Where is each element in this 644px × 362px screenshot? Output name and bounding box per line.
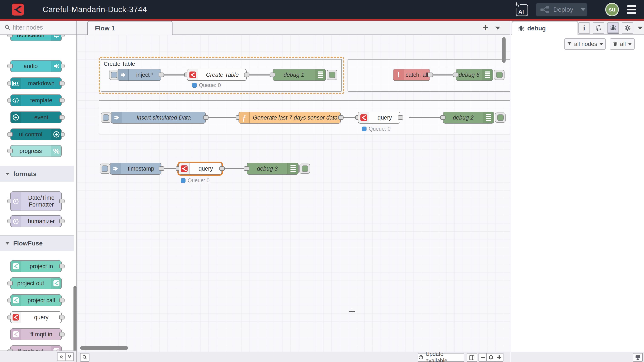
clear-label: all — [620, 41, 626, 47]
expand-all-button[interactable] — [65, 353, 74, 361]
arrow-circle-icon — [11, 112, 21, 123]
palette-node-ui-control[interactable]: ui control — [10, 129, 62, 140]
debug-filter-button[interactable]: all nodes — [564, 38, 606, 50]
palette-node-template[interactable]: template — [10, 94, 62, 106]
search-icon — [4, 24, 11, 31]
debug-toggle-button[interactable] — [300, 164, 310, 174]
palette-node-audio[interactable]: audio — [10, 60, 62, 72]
bell-icon — [51, 35, 61, 41]
info-tab-button[interactable]: i — [578, 22, 590, 34]
palette-node-ff-mqtt-out[interactable]: ff mqtt out — [10, 346, 62, 351]
category-label: FlowFuse — [13, 240, 42, 247]
collapse-all-button[interactable] — [57, 353, 66, 361]
inject-button[interactable] — [100, 164, 110, 174]
flowfuse-node-icon — [11, 329, 21, 340]
node-debug-2[interactable]: debug 2 — [443, 112, 494, 124]
zoom-reset-button[interactable] — [487, 353, 495, 362]
palette-node-label: project call — [21, 295, 61, 306]
debug-toggle-button[interactable] — [494, 70, 504, 80]
open-debug-window-button[interactable] — [633, 353, 643, 362]
palette-node-humanizer[interactable]: humanizer — [10, 215, 62, 227]
node-timestamp[interactable]: timestamp — [110, 163, 162, 175]
flow-canvas[interactable]: Create Table inject ¹ — [77, 35, 510, 352]
status-text: Queue: 0 — [369, 126, 390, 132]
caret-down-icon — [599, 43, 603, 45]
node-label: debug 2 — [444, 112, 483, 123]
palette-node-datetime-formatter[interactable]: Date/Time Formatter — [10, 191, 62, 211]
node-label: timestamp — [121, 163, 161, 174]
palette-node-query[interactable]: query — [10, 311, 62, 323]
node-inject-1[interactable]: inject ¹ — [118, 69, 161, 81]
sidebar-menu-caret-icon[interactable] — [638, 26, 643, 29]
wire[interactable] — [161, 74, 188, 75]
tab-label: Flow 1 — [95, 25, 115, 32]
wire[interactable] — [222, 168, 246, 169]
node-debug-3[interactable]: debug 3 — [246, 163, 298, 175]
wire[interactable] — [430, 74, 456, 75]
wire[interactable] — [409, 117, 443, 118]
config-tab-button[interactable] — [622, 22, 633, 34]
ai-assistant-button[interactable]: AI — [515, 3, 528, 16]
flowfuse-logo-icon[interactable] — [12, 3, 24, 15]
node-red-editor: Careful-Mandarin-Duck-3744 AI Deploy su — [0, 0, 644, 362]
tab-debug[interactable]: debug — [512, 21, 578, 35]
canvas-search-button[interactable] — [80, 353, 90, 362]
palette-node-label: ui control — [11, 129, 51, 140]
status-dot — [192, 83, 197, 88]
palette-node-project-call[interactable]: project call — [10, 294, 62, 306]
wire[interactable] — [246, 74, 272, 75]
add-flow-icon[interactable]: + — [481, 23, 490, 32]
node-status: Queue: 0 — [361, 126, 392, 132]
node-debug-6[interactable]: debug 6 — [456, 69, 493, 81]
node-label: catch: all — [404, 69, 430, 80]
search-icon — [82, 355, 88, 360]
filter-nodes-input[interactable] — [13, 24, 66, 31]
user-avatar[interactable]: su — [605, 3, 619, 16]
instance-title: Careful-Mandarin-Duck-3744 — [42, 0, 147, 19]
palette-node-project-out[interactable]: project out — [10, 277, 62, 289]
node-insert-simulated-data[interactable]: Insert simulated Data — [111, 112, 206, 124]
zoom-out-button[interactable] — [478, 353, 487, 362]
navigator-button[interactable] — [466, 353, 477, 362]
main-menu-icon[interactable] — [627, 5, 636, 14]
tab-flow-1[interactable]: Flow 1 — [87, 21, 172, 35]
map-icon — [469, 354, 475, 360]
palette-node-project-in[interactable]: project in — [10, 260, 62, 272]
palette-node-notification[interactable]: notification — [10, 35, 62, 41]
deploy-button[interactable]: Deploy — [536, 3, 587, 16]
node-debug-1[interactable]: debug 1 — [272, 69, 326, 81]
debug-toggle-button[interactable] — [495, 113, 506, 123]
node-create-table[interactable]: Create Table — [187, 69, 246, 81]
zoom-in-button[interactable] — [495, 353, 504, 362]
palette-category-formats[interactable]: formats — [0, 166, 74, 182]
wire[interactable] — [206, 117, 238, 118]
node-query-selected[interactable]: query — [178, 163, 222, 175]
debug-clear-button[interactable]: all — [610, 38, 635, 50]
debug-tab-button[interactable] — [607, 22, 619, 34]
palette-node-label: notification — [11, 35, 51, 41]
node-catch-all[interactable]: ! catch: all — [393, 69, 430, 81]
flow-list-caret-icon[interactable] — [495, 26, 500, 29]
flowfuse-node-icon — [11, 295, 21, 306]
workspace: Flow 1 + Create Table — [77, 21, 510, 362]
palette-category-flowfuse[interactable]: FlowFuse — [0, 235, 74, 251]
deploy-caret-icon[interactable] — [581, 8, 586, 11]
palette-node-markdown[interactable]: markdown — [10, 77, 62, 89]
update-available-button[interactable]: Update available — [418, 353, 464, 362]
markdown-icon — [11, 78, 21, 89]
gear-icon — [624, 25, 631, 31]
canvas-vertical-scrollbar[interactable] — [502, 37, 506, 63]
status-dot — [362, 127, 366, 131]
inject-button[interactable] — [101, 113, 112, 123]
debug-toggle-button[interactable] — [327, 70, 337, 80]
help-tab-button[interactable] — [593, 22, 604, 34]
palette-node-event[interactable]: event — [10, 111, 62, 123]
flowfuse-node-icon — [51, 346, 61, 351]
palette-scroll-area[interactable]: notification audio markdown — [0, 35, 76, 351]
palette-node-ff-mqtt-in[interactable]: ff mqtt in — [10, 328, 62, 340]
palette-scrollbar[interactable] — [74, 286, 76, 356]
palette-node-progress[interactable]: % progress — [10, 145, 62, 157]
node-generate-sensor-data[interactable]: ƒ Generate last 7 days sensor data — [238, 112, 341, 124]
canvas-horizontal-scrollbar[interactable] — [80, 346, 128, 350]
node-query-2[interactable]: query — [358, 112, 400, 124]
